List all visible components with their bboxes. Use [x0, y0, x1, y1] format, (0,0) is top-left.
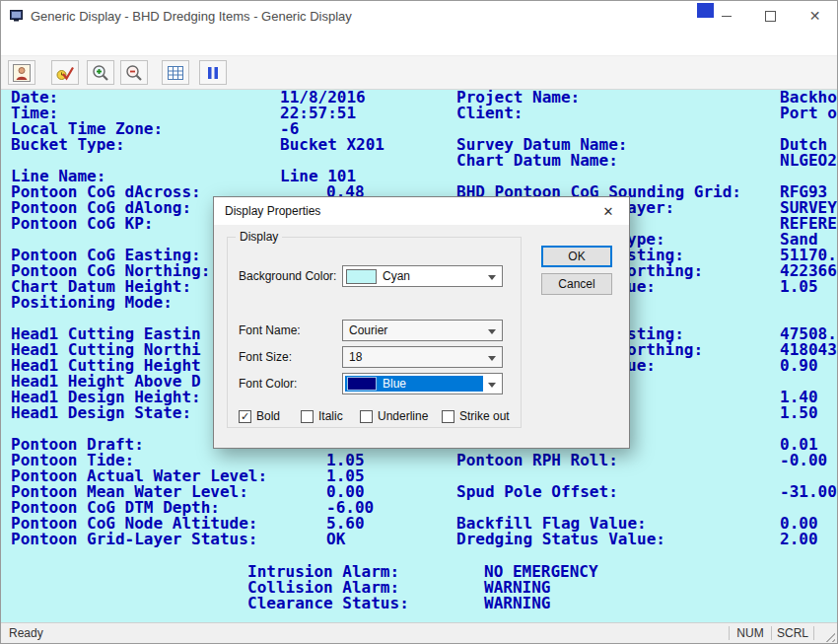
display-properties-dialog: Display Properties ✕ Display Background …: [213, 196, 630, 449]
data-row: Date: 11/8/2016 Project Name: Backhoe: [11, 90, 837, 106]
font-size-dropdown[interactable]: 18: [342, 346, 503, 368]
minimize-button[interactable]: [704, 1, 748, 31]
field-value: 1.50: [780, 405, 818, 421]
status-bar: Ready NUM SCRL: [1, 622, 837, 643]
user-properties-button[interactable]: [8, 60, 35, 85]
alarm-row: Intrusion Alarm: NO EMERGENCY: [11, 564, 837, 580]
background-color-value: Cyan: [383, 269, 410, 283]
field-label: Pontoon RPH Roll:: [456, 453, 618, 468]
chevron-down-icon: [488, 329, 496, 334]
strikeout-checkbox[interactable]: Strike out: [442, 409, 510, 423]
font-size-value: 18: [349, 350, 362, 364]
status-message: Ready: [9, 626, 43, 640]
menu-item[interactable]: [23, 40, 44, 46]
ok-button[interactable]: OK: [541, 246, 612, 267]
dialog-close-button[interactable]: ✕: [588, 197, 629, 225]
alarm-row: Collision Alarm: WARNING: [11, 580, 837, 596]
menu-bar: [1, 31, 837, 56]
background-color-label: Background Color:: [239, 269, 336, 283]
bold-checkbox[interactable]: ✓ Bold: [239, 409, 280, 423]
field-value: Port of: [780, 106, 837, 121]
data-row: Pontoon Grid-Layer Status: OK Dredging S…: [11, 532, 837, 547]
font-name-dropdown[interactable]: Courier: [342, 320, 503, 341]
menu-item[interactable]: [1, 40, 23, 46]
pause-icon: [203, 63, 223, 83]
italic-checkbox[interactable]: Italic: [301, 409, 343, 423]
checkbox-box: [442, 410, 454, 423]
field-label: Dredging Status Value:: [456, 532, 665, 547]
field-label: Pontoon CoG KP:: [11, 216, 154, 232]
title-bar[interactable]: Generic Display - BHD Dredging Items - G…: [1, 1, 837, 31]
font-color-dropdown[interactable]: Blue: [342, 373, 503, 394]
underline-checkbox[interactable]: Underline: [360, 409, 428, 423]
checkbox-label: Strike out: [459, 409, 510, 423]
field-value: -0.00: [780, 453, 827, 468]
alarm-value: WARNING: [484, 596, 550, 611]
dialog-title-bar[interactable]: Display Properties: [214, 197, 629, 225]
cyan-color-swatch: [346, 269, 377, 284]
selected-highlight: Blue: [345, 376, 483, 392]
cancel-button-label: Cancel: [558, 277, 594, 291]
field-label: Pontoon Grid-Layer Status:: [11, 532, 257, 547]
checkbox-box: [301, 410, 314, 423]
field-label: Spud Pole Offset:: [456, 484, 618, 500]
zoom-in-icon: [91, 63, 110, 83]
font-color-label: Font Color:: [239, 377, 297, 391]
grid-button[interactable]: [162, 60, 189, 85]
resize-grip[interactable]: [822, 629, 835, 642]
status-separator: [813, 626, 814, 640]
ok-button-label: OK: [568, 250, 585, 263]
maximize-icon: [765, 11, 776, 22]
field-value: OK: [326, 532, 345, 547]
checkbox-label: Underline: [378, 409, 428, 423]
window-controls: ✕: [704, 1, 837, 31]
freeze-button[interactable]: [199, 60, 227, 85]
checkbox-box: [360, 410, 373, 423]
field-label: Head1 Design State:: [11, 405, 191, 421]
check-clock-icon: [55, 63, 75, 83]
field-value: -31.00: [780, 484, 837, 500]
background-color-row: Background Color: Cyan: [226, 265, 522, 287]
blue-color-swatch: [347, 377, 377, 391]
app-icon: [9, 8, 25, 24]
background-color-dropdown[interactable]: Cyan: [342, 265, 503, 287]
field-label: Bucket Type:: [11, 137, 125, 153]
scroll-lock-indicator: SCRL: [776, 626, 809, 640]
dialog-title: Display Properties: [225, 204, 320, 218]
field-value: 1.05: [780, 279, 818, 295]
font-name-row: Font Name: Courier: [226, 320, 522, 341]
group-label: Display: [236, 230, 282, 244]
checkbox-box: ✓: [239, 410, 251, 423]
font-size-row: Font Size: 18: [226, 346, 522, 368]
checkbox-label: Bold: [256, 409, 280, 423]
status-separator: [771, 626, 772, 640]
field-label: Positioning Mode:: [11, 295, 173, 311]
alarm-row: Clearance Status: WARNING: [11, 596, 837, 611]
menu-item[interactable]: [66, 40, 88, 46]
cancel-button[interactable]: Cancel: [541, 273, 612, 295]
grid-icon: [166, 63, 185, 83]
num-lock-indicator: NUM: [733, 626, 767, 640]
minimize-icon: [722, 16, 732, 17]
font-color-row: Font Color: Blue: [226, 373, 522, 394]
alarm-rows: Intrusion Alarm: NO EMERGENCY Collision …: [11, 564, 837, 611]
style-checkboxes: ✓ Bold Italic Underline Strike out: [226, 409, 522, 425]
chevron-down-icon: [488, 356, 496, 361]
zoom-out-button[interactable]: [120, 60, 148, 85]
chevron-down-icon: [488, 275, 496, 280]
font-name-value: Courier: [349, 323, 387, 337]
field-value: Bucket X201: [280, 137, 384, 153]
menu-item[interactable]: [44, 40, 66, 46]
validate-button[interactable]: [51, 60, 79, 85]
maximize-button[interactable]: [748, 1, 793, 31]
field-value: 0.90: [780, 358, 818, 374]
close-icon: ✕: [809, 8, 821, 24]
field-label-fragment: ue:: [627, 358, 656, 374]
zoom-in-button[interactable]: [87, 60, 114, 85]
field-value: NLGEO20: [780, 153, 837, 169]
data-row: Bucket Type: Bucket X201 Survey Datum Na…: [11, 137, 837, 153]
close-button[interactable]: ✕: [793, 1, 837, 31]
font-color-value: Blue: [383, 377, 406, 391]
app-window: Generic Display - BHD Dredging Items - G…: [0, 0, 838, 644]
field-value: 2.00: [780, 532, 818, 547]
